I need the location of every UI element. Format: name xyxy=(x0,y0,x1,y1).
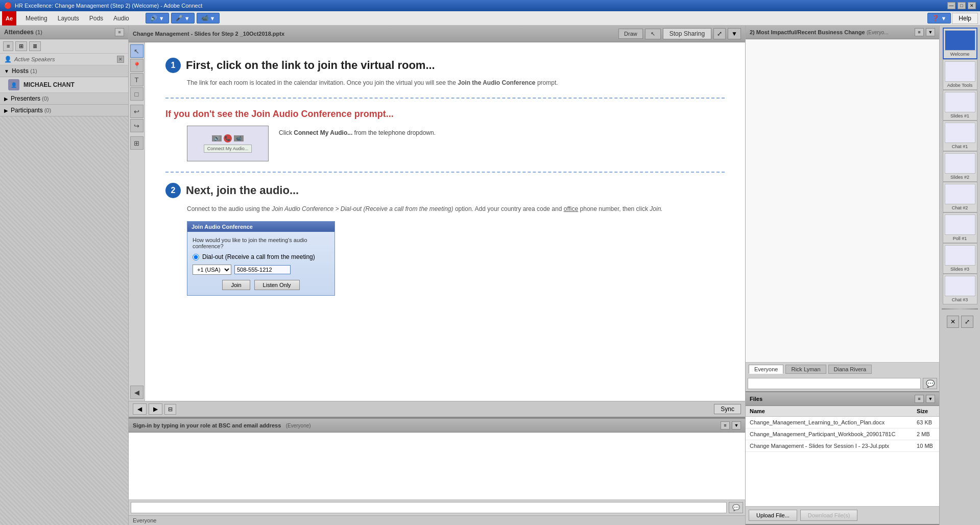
thumbnail-label: Welcome xyxy=(950,52,969,57)
question-button[interactable]: ❓ ▼ xyxy=(927,13,951,23)
hosts-section-header[interactable]: ▼ Hosts (1) xyxy=(0,65,128,77)
thumb-expand-button[interactable]: ⤢ xyxy=(961,316,973,328)
phone-number-input[interactable] xyxy=(234,265,291,274)
bottom-pod-options-button[interactable]: ≡ xyxy=(721,421,730,429)
slide-thumbs-button[interactable]: ⊟ xyxy=(164,404,176,415)
upload-file-button[interactable]: Upload File... xyxy=(749,510,797,521)
redo-button[interactable]: ↪ xyxy=(130,119,144,132)
sync-button[interactable]: Sync xyxy=(714,404,741,414)
share-pod: Change Management - Slides for Step 2 _1… xyxy=(129,26,745,418)
thumbnail-image xyxy=(945,276,975,296)
thumbnail-item[interactable]: Slides #3 xyxy=(943,243,977,274)
view-grid-button[interactable]: ⊞ xyxy=(15,41,27,51)
listen-only-button[interactable]: Listen Only xyxy=(254,280,300,290)
undo-button[interactable]: ↩ xyxy=(130,105,144,118)
diana-rivera-tab[interactable]: Diana Rivera xyxy=(828,365,872,374)
thumb-resize-button[interactable]: ✕ xyxy=(947,316,959,328)
step1-title-text: First, click on the link to join the vir… xyxy=(186,59,435,72)
bottom-send-button[interactable]: 💬 xyxy=(729,502,743,513)
attendees-toolbar: ≡ ⊞ ≣ xyxy=(0,39,128,54)
select-tool-button[interactable]: ↖ xyxy=(130,44,144,58)
presenters-section-header[interactable]: ▶ Presenters (0) xyxy=(0,93,128,105)
mic-button[interactable]: 🎤 ▼ xyxy=(171,13,195,23)
files-pod-settings-button[interactable]: ▼ xyxy=(926,395,935,403)
menu-audio[interactable]: Audio xyxy=(108,13,134,24)
stop-sharing-button[interactable]: Stop Sharing xyxy=(663,28,711,39)
next-slide-button[interactable]: ▶ xyxy=(149,403,162,415)
bottom-chat-input[interactable] xyxy=(131,502,727,513)
dial-out-radio[interactable] xyxy=(193,254,199,260)
bottom-pod-input-row: 💬 xyxy=(129,499,745,515)
audio-instructions: 🔊 📞 📹 Connect My Audio... Click Connect … xyxy=(187,126,725,161)
prev-slide-button[interactable]: ◀ xyxy=(133,403,147,415)
thumbnail-item[interactable]: Chat #2 xyxy=(943,182,977,212)
webcam-button[interactable]: 📹 ▼ xyxy=(197,13,220,23)
chat-send-button[interactable]: 💬 xyxy=(923,378,937,389)
help-button[interactable]: Help xyxy=(952,13,978,24)
speaker-button[interactable]: 🔊 ▼ xyxy=(146,13,169,23)
thumbnail-label: Slides #2 xyxy=(950,175,969,180)
files-pod: Files ≡ ▼ Name Size Change_Management_Le… xyxy=(746,392,939,525)
bottom-pod-footer: Everyone xyxy=(129,515,745,525)
view-list-button[interactable]: ≡ xyxy=(3,41,13,51)
bottom-pod-header: Sign-in by typing in your role at BSC an… xyxy=(129,419,745,433)
layers-button[interactable]: ⊞ xyxy=(130,136,144,150)
drawing-toolbar: ↖ 📍 T □ ↩ ↪ ⊞ ◀ xyxy=(129,42,145,401)
everyone-tab[interactable]: Everyone xyxy=(749,365,783,374)
chat-pod-options-button[interactable]: ≡ xyxy=(915,28,924,36)
attendees-options-button[interactable]: ≡ xyxy=(115,28,124,36)
thumbnail-item[interactable]: Adobe Tools xyxy=(943,59,977,90)
thumbnail-image xyxy=(945,153,975,174)
draw-button[interactable]: Draw xyxy=(618,29,643,39)
hosts-arrow-icon: ▼ xyxy=(4,68,9,74)
files-table: Name Size Change_Management_Learning_to_… xyxy=(746,406,939,506)
thumbnail-item[interactable]: Chat #1 xyxy=(943,121,977,151)
menu-pods[interactable]: Pods xyxy=(84,13,108,24)
thumbnail-item[interactable]: Slides #1 xyxy=(943,90,977,121)
active-speakers-row[interactable]: 👤 Active Speakers ✕ xyxy=(0,54,128,65)
collapse-toolbar-button[interactable]: ◀ xyxy=(130,386,144,399)
file-name[interactable]: Change Management - Slides for Session I… xyxy=(746,440,913,452)
thumbnail-item[interactable]: Poll #1 xyxy=(943,212,977,243)
view-detail-button[interactable]: ≣ xyxy=(29,41,41,51)
step1-number: 1 xyxy=(165,58,181,73)
thumbnail-image xyxy=(945,184,975,204)
thumbnail-item[interactable]: Welcome xyxy=(943,28,977,59)
download-files-button[interactable]: Download File(s) xyxy=(800,510,858,521)
menu-layouts[interactable]: Layouts xyxy=(53,13,84,24)
speaker-icon: 🔊 xyxy=(150,15,157,21)
share-pod-controls: Draw ↖ Stop Sharing ⤢ ▼ xyxy=(618,28,741,39)
chat-send-icon: 💬 xyxy=(926,379,935,388)
file-name[interactable]: Change_Management_Learning_to_Action_Pla… xyxy=(746,417,913,428)
thumbnail-item[interactable]: Chat #3 xyxy=(943,274,977,304)
share-pod-header: Change Management - Slides for Step 2 _1… xyxy=(129,26,745,42)
rectangle-tool-button[interactable]: □ xyxy=(130,87,144,101)
pointer-button[interactable]: ↖ xyxy=(645,29,661,39)
connect-my-audio-label: Connect My Audio... xyxy=(204,145,252,153)
share-options-button[interactable]: ▼ xyxy=(728,28,741,39)
participants-label: Participants xyxy=(11,107,43,114)
clear-active-speakers-button[interactable]: ✕ xyxy=(117,56,124,63)
join-button[interactable]: Join xyxy=(222,280,250,290)
close-button[interactable]: ✕ xyxy=(968,2,976,9)
attendees-empty-area xyxy=(0,116,128,525)
files-pod-options-button[interactable]: ≡ xyxy=(915,395,924,403)
rick-lyman-tab[interactable]: Rick Lyman xyxy=(785,365,826,374)
text-tool-button[interactable]: T xyxy=(130,73,144,86)
chat-input[interactable] xyxy=(748,378,921,389)
thumbnail-item[interactable]: Slides #2 xyxy=(943,151,977,182)
join-dialog-title: Join Audio Conference xyxy=(187,222,334,232)
bottom-pod-settings-button[interactable]: ▼ xyxy=(732,421,741,429)
chat-pod-content xyxy=(746,39,939,362)
fullscreen-button[interactable]: ⤢ xyxy=(713,28,726,39)
minimize-button[interactable]: — xyxy=(947,2,955,9)
pointer-tool-button[interactable]: 📍 xyxy=(130,59,144,72)
question-icon: ❓ xyxy=(932,15,939,21)
participants-section-header[interactable]: ▶ Participants (0) xyxy=(0,105,128,116)
maximize-button[interactable]: □ xyxy=(958,2,966,9)
menu-meeting[interactable]: Meeting xyxy=(20,13,53,24)
country-code-select[interactable]: +1 (USA) xyxy=(193,265,231,275)
chat-pod-settings-button[interactable]: ▼ xyxy=(926,28,935,36)
file-row: Change_Management_Participant_Workbook_2… xyxy=(746,428,939,440)
file-name[interactable]: Change_Management_Participant_Workbook_2… xyxy=(746,428,913,440)
